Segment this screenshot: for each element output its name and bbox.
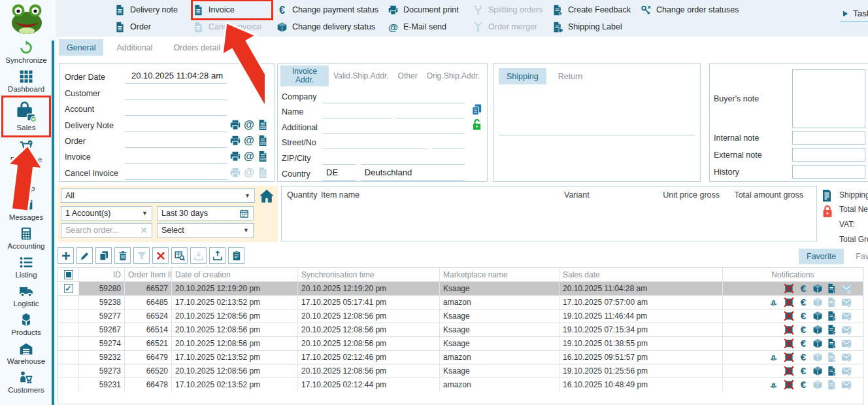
sidebar-item-dashboard[interactable]: Dashboard xyxy=(1,67,51,96)
view-tab-favorite-1[interactable]: Favorite xyxy=(848,249,868,264)
add-button[interactable] xyxy=(58,247,74,264)
payment-euro-icon[interactable]: € xyxy=(798,311,809,321)
copy-address-icon[interactable] xyxy=(471,103,483,116)
address-tab-orig-ship-addr[interactable]: Orig.Ship.Addr. xyxy=(422,65,484,86)
edit-button[interactable] xyxy=(76,247,93,264)
tab-general[interactable]: General xyxy=(59,39,103,56)
order-row-59273[interactable]: 592736652020.10.2025 12:08:56 pm20.10.20… xyxy=(58,364,863,378)
shipping-box-icon[interactable] xyxy=(812,311,823,321)
invoice-doc-icon[interactable] xyxy=(827,311,837,321)
toolbar-item-shipping-label[interactable]: Shipping Label xyxy=(552,18,635,35)
shipping-tab-return[interactable]: Return xyxy=(550,68,591,84)
app-logo-frog[interactable] xyxy=(10,2,44,36)
additional-input-0[interactable] xyxy=(322,121,465,134)
amazon-icon[interactable]: a xyxy=(769,297,780,308)
toolbar-item-delivery-note[interactable]: Delivery note xyxy=(114,1,188,18)
row-checkbox[interactable] xyxy=(58,364,79,378)
cancel-order-icon[interactable] xyxy=(784,366,794,376)
order-row-59280[interactable]: ✓592806652720.10.2025 12:19:20 pm20.10.2… xyxy=(58,282,863,296)
row-checkbox[interactable] xyxy=(58,351,79,364)
cancel-order-icon[interactable] xyxy=(784,352,794,362)
delivery-note-input[interactable] xyxy=(125,119,227,132)
tab-orders-detail[interactable]: Orders detail xyxy=(165,39,228,56)
header-notifications[interactable]: Notifications xyxy=(723,268,863,281)
email-envelope-icon[interactable] xyxy=(841,325,852,335)
sidebar-item-synchronize[interactable]: Synchronize xyxy=(1,38,51,67)
copy-button[interactable] xyxy=(95,247,112,264)
external-note-input[interactable] xyxy=(792,148,865,162)
company-input-0[interactable] xyxy=(322,90,465,103)
cancel-invoice-input[interactable] xyxy=(125,167,227,180)
email-envelope-icon[interactable] xyxy=(841,338,852,349)
invoice-doc-icon[interactable] xyxy=(827,366,837,376)
name-input-1[interactable] xyxy=(395,105,465,118)
amazon-icon[interactable]: a xyxy=(769,352,780,362)
sidebar-item-products[interactable]: Products xyxy=(1,310,51,339)
cancel-order-icon[interactable] xyxy=(784,283,794,294)
toolbar-item-order[interactable]: Order xyxy=(114,18,188,35)
tasks-button[interactable]: Tasks xyxy=(840,7,868,22)
cancel-order-icon[interactable] xyxy=(784,311,794,321)
payment-euro-icon[interactable]: € xyxy=(798,379,809,390)
address-tab-valid-ship-addr[interactable]: Valid.Ship.Addr. xyxy=(329,65,393,86)
toolbar-item-document-print[interactable]: Document print xyxy=(388,1,467,18)
shipping-box-icon[interactable] xyxy=(812,366,823,376)
delete-button[interactable] xyxy=(114,247,131,264)
import-button[interactable] xyxy=(190,247,207,264)
sidebar-item-warehouse[interactable]: Warehouse xyxy=(1,339,51,368)
internal-note-input[interactable] xyxy=(792,131,865,145)
order-row-59238[interactable]: 592386648517.10.2025 02:13:52 pm17.10.20… xyxy=(58,296,863,309)
toolbar-item-change-delivery-status[interactable]: Change delivery status xyxy=(276,18,382,35)
country-input-0[interactable]: DE xyxy=(322,167,356,181)
tab-additional[interactable]: Additional xyxy=(108,39,160,56)
name-input-0[interactable] xyxy=(322,105,392,118)
email-envelope-icon[interactable] xyxy=(841,379,852,390)
export-button[interactable] xyxy=(209,247,225,264)
row-checkbox[interactable] xyxy=(58,337,79,350)
order-row-59274[interactable]: 592746652120.10.2025 12:08:56 pm20.10.20… xyxy=(58,337,863,351)
toolbar-item-cancel-invoice[interactable]: Cancel invoice xyxy=(193,18,271,35)
row-checkbox[interactable] xyxy=(58,296,79,309)
customer-input[interactable] xyxy=(125,87,227,100)
sidebar-item-listing[interactable]: Listing xyxy=(1,253,51,281)
payment-euro-icon[interactable]: € xyxy=(798,352,809,362)
email-envelope-icon[interactable] xyxy=(841,283,852,294)
address-tab-other[interactable]: Other xyxy=(393,65,422,86)
country-input-1[interactable]: Deutschland xyxy=(361,167,465,181)
sidebar-item-logistic[interactable]: Logistic xyxy=(1,281,51,310)
toolbar-item-change-payment-status[interactable]: €Change payment status xyxy=(276,1,382,18)
view-tab-favorite-0[interactable]: Favorite xyxy=(799,249,844,264)
clear-button[interactable] xyxy=(152,247,169,264)
toolbar-item-invoice[interactable]: Invoice xyxy=(193,1,271,18)
cancel-order-icon[interactable] xyxy=(784,297,794,308)
row-checkbox[interactable] xyxy=(58,309,79,323)
invoice-doc-icon[interactable] xyxy=(827,283,837,294)
row-checkbox[interactable] xyxy=(58,378,79,391)
invoice-doc-icon[interactable] xyxy=(827,297,837,308)
shipping-box-icon[interactable] xyxy=(812,297,823,308)
payment-euro-icon[interactable]: € xyxy=(798,297,809,308)
cancel-order-icon[interactable] xyxy=(784,379,794,390)
invoice-input[interactable] xyxy=(125,150,227,164)
shipping-tab-shipping[interactable]: Shipping xyxy=(499,68,546,84)
email-envelope-icon[interactable] xyxy=(841,311,852,321)
date-range-select[interactable]: Last 30 days xyxy=(157,206,254,220)
toolbar-item-splitting-orders[interactable]: Splitting orders xyxy=(473,1,547,18)
shipping-box-icon[interactable] xyxy=(812,338,823,349)
email-envelope-icon[interactable] xyxy=(841,352,852,362)
header-marketplace-name[interactable]: Marketplace name xyxy=(440,268,559,281)
order-row-59232[interactable]: 592326647917.10.2025 02:13:52 pm17.10.20… xyxy=(58,351,863,364)
amazon-icon[interactable]: a xyxy=(769,379,780,390)
invoice-doc-icon[interactable] xyxy=(827,352,837,362)
invoice-doc-icon[interactable] xyxy=(827,379,837,390)
search-order-input[interactable]: Search order... ✕ xyxy=(61,223,152,238)
toolbar-item-e-mail-send[interactable]: @E-Mail send xyxy=(388,18,467,35)
history-input[interactable] xyxy=(792,165,865,179)
shipping-box-icon[interactable] xyxy=(812,283,823,294)
street-no-input-1[interactable] xyxy=(432,136,465,149)
toolbar-item-order-merger[interactable]: Order merger xyxy=(473,18,547,35)
sidebar-scrollbar[interactable] xyxy=(52,41,54,405)
toolbar-item-change-order-statuses[interactable]: Change order statuses xyxy=(641,1,746,18)
header-synchronisation-time[interactable]: Synchronisation time xyxy=(298,268,440,281)
street-no-input-0[interactable] xyxy=(322,136,427,149)
